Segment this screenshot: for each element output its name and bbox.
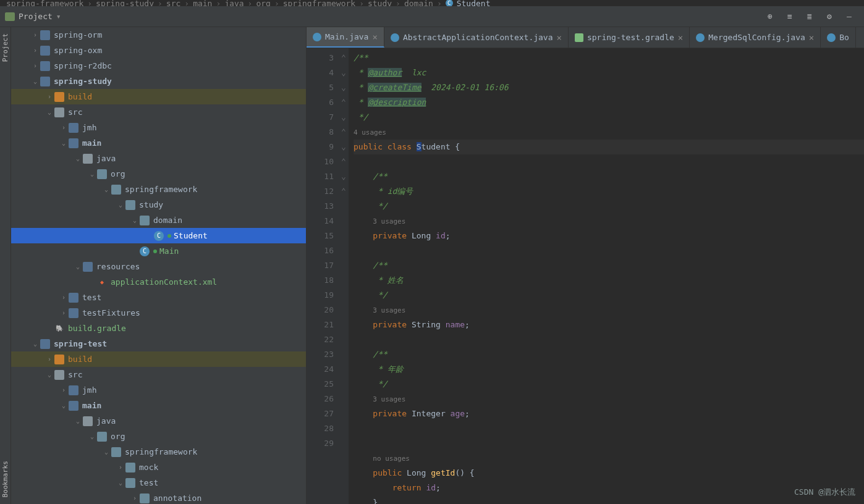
tree-item-testfixtures[interactable]: ›testFixtures [11,305,306,321]
close-icon[interactable]: × [372,32,377,42]
tree-item-domain[interactable]: ⌄domain [11,212,306,228]
hide-icon[interactable]: — [844,12,854,22]
code-line[interactable]: */ [354,199,864,214]
expand-arrow-icon[interactable]: › [44,93,54,100]
expand-arrow-icon[interactable]: ⌄ [59,140,69,146]
breadcrumb-segment[interactable]: java [224,0,244,6]
fold-handle-icon[interactable]: ⌄ [339,65,349,80]
tree-item-org[interactable]: ⌄org [11,429,306,444]
code-line[interactable]: 4 usages [354,125,864,140]
breadcrumb-segment[interactable]: spring-study [96,0,154,6]
tab-spring-test-gradle[interactable]: spring-test.gradle× [569,27,690,48]
expand-arrow-icon[interactable]: › [59,309,69,316]
tree-item-spring-r2dbc[interactable]: ›spring-r2dbc [11,58,306,74]
tree-item-java[interactable]: ⌄java [11,413,306,429]
fold-handle-icon[interactable]: ⌄ [339,169,349,184]
close-icon[interactable]: × [557,33,562,43]
tree-item-org[interactable]: ⌄org [11,166,306,182]
fold-handle-icon[interactable]: ⌃ [339,95,349,110]
expand-arrow-icon[interactable]: ⌄ [116,201,125,208]
close-icon[interactable]: × [678,33,683,43]
code-line[interactable]: } [354,495,864,504]
expand-arrow-icon[interactable]: ⌄ [30,78,40,85]
code-editor[interactable]: 3456789101112131415161718192021222324252… [307,48,864,504]
tree-item-test[interactable]: ›test [11,290,306,305]
expand-arrow-icon[interactable]: ⌄ [30,340,40,347]
tree-item-spring-test[interactable]: ⌄spring-test [11,336,306,351]
expand-arrow-icon[interactable]: ⌄ [130,217,140,224]
tab-abstractapplicationcontext-java[interactable]: AbstractApplicationContext.java× [384,27,569,48]
code-line[interactable]: private Long id; [354,229,864,243]
breadcrumb-segment[interactable]: spring-framework [6,0,83,6]
tab-main-java[interactable]: Main.java× [307,27,384,48]
fold-column[interactable]: ⌃⌄⌄⌃⌄⌃⌄⌃⌄⌃ [339,48,349,504]
code-line[interactable]: 3 usages [354,392,864,406]
code-line[interactable] [354,332,864,347]
fold-handle-icon[interactable]: ⌄ [339,140,349,154]
fold-handle-icon[interactable]: ⌄ [339,80,349,95]
code-line[interactable]: public Long getId() { [354,466,864,481]
code-line[interactable]: * @author lxc [354,65,864,80]
expand-arrow-icon[interactable]: ⌄ [73,418,83,424]
code-line[interactable]: private String name; [354,317,864,332]
fold-handle-icon[interactable]: ⌃ [339,184,349,199]
expand-arrow-icon[interactable]: ⌄ [116,479,125,486]
tree-item-build[interactable]: ›build [11,351,306,367]
expand-arrow-icon[interactable]: ⌄ [44,109,54,116]
tree-item-student[interactable]: CStudent [11,228,306,243]
expand-arrow-icon[interactable]: ⌄ [87,170,97,177]
collapse-icon[interactable]: ≣ [805,12,815,22]
expand-arrow-icon[interactable]: › [30,47,40,54]
code-line[interactable]: no usages [354,451,864,466]
tree-item-annotation[interactable]: ›annotation [11,490,306,504]
tree-item-spring-study[interactable]: ⌄spring-study [11,74,306,89]
gear-icon[interactable]: ⚙ [824,12,834,22]
fold-handle-icon[interactable]: ⌃ [339,154,349,169]
tree-item-resources[interactable]: ⌄resources [11,259,306,274]
code-line[interactable]: /** [354,169,864,184]
fold-handle-icon[interactable]: ⌄ [339,110,349,125]
code-line[interactable]: */ [354,377,864,392]
expand-arrow-icon[interactable]: › [59,294,69,301]
expand-arrow-icon[interactable]: › [44,356,54,363]
tree-item-build-gradle[interactable]: 🐘build.gradle [11,321,306,336]
tree-item-jmh[interactable]: ›jmh [11,382,306,398]
code-line[interactable] [354,421,864,436]
tab-bo[interactable]: Bo [821,27,856,48]
code-content[interactable]: /** * @author lxc * @createTime 2024-02-… [349,48,864,504]
project-tool-tab[interactable]: Project [0,30,11,65]
tree-item-mock[interactable]: ›mock [11,460,306,475]
project-tree[interactable]: ›spring-orm›spring-oxm›spring-r2dbc⌄spri… [11,27,307,504]
code-line[interactable]: */ [354,288,864,303]
tree-item-applicationcontext-xml[interactable]: ◆applicationContext.xml [11,274,306,290]
tree-item-main[interactable]: ⌄main [11,398,306,413]
tree-item-main[interactable]: ⌄main [11,135,306,151]
code-line[interactable]: * id编号 [354,184,864,199]
project-view-label[interactable]: Project [19,12,53,21]
breadcrumb-segment[interactable]: src [166,0,180,6]
expand-arrow-icon[interactable]: › [116,464,125,471]
tree-item-jmh[interactable]: ›jmh [11,120,306,135]
code-line[interactable]: * 年龄 [354,362,864,377]
tree-item-src[interactable]: ⌄src [11,367,306,382]
expand-arrow-icon[interactable]: ⌄ [101,448,111,455]
breadcrumb-segment[interactable]: study [368,0,392,6]
tree-item-spring-orm[interactable]: ›spring-orm [11,27,306,43]
expand-arrow-icon[interactable]: ⌄ [101,186,111,193]
breadcrumb-segment[interactable]: Student [457,0,491,6]
code-line[interactable]: 3 usages [354,214,864,229]
code-line[interactable] [354,243,864,258]
code-line[interactable]: /** [354,258,864,273]
breadcrumb-segment[interactable]: org [256,0,270,6]
expand-arrow-icon[interactable]: › [30,32,40,38]
code-line[interactable]: private Integer age; [354,406,864,421]
tree-item-study[interactable]: ⌄study [11,197,306,212]
bookmarks-tool-tab[interactable]: Bookmarks [0,457,11,502]
code-line[interactable]: 3 usages [354,303,864,317]
code-line[interactable] [354,154,864,169]
tree-item-main[interactable]: CMain [11,243,306,259]
expand-arrow-icon[interactable]: ⌄ [73,155,83,162]
tree-item-build[interactable]: ›build [11,89,306,104]
tree-item-spring-oxm[interactable]: ›spring-oxm [11,43,306,58]
code-line[interactable]: /** [354,51,864,65]
